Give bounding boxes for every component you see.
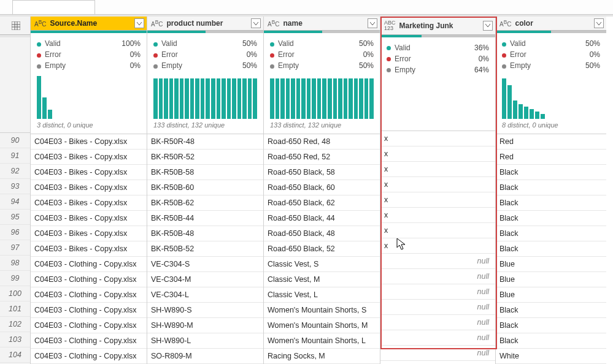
cell[interactable]: Road-650 Black, 60 bbox=[264, 180, 380, 195]
filter-dropdown[interactable] bbox=[251, 18, 261, 28]
cell[interactable]: null bbox=[380, 330, 495, 346]
cell[interactable]: x bbox=[380, 146, 495, 162]
cell[interactable]: x bbox=[380, 223, 495, 238]
cell[interactable]: Black bbox=[496, 318, 606, 333]
cell[interactable]: Road-650 Red, 52 bbox=[264, 150, 380, 165]
cell[interactable]: x bbox=[380, 131, 495, 146]
row-number[interactable]: 95 bbox=[0, 210, 30, 225]
cell[interactable]: Women's Mountain Shorts, S bbox=[264, 303, 380, 318]
cell[interactable]: Red bbox=[496, 134, 606, 150]
column-header-product_number[interactable]: ABCproduct number bbox=[147, 17, 263, 31]
cell[interactable]: Racing Socks, M bbox=[264, 349, 380, 364]
cell[interactable]: null bbox=[380, 346, 495, 361]
row-number[interactable]: 92 bbox=[0, 164, 30, 179]
cell[interactable]: Women's Mountain Shorts, L bbox=[264, 333, 380, 349]
cell[interactable]: Blue bbox=[496, 287, 606, 303]
row-number[interactable]: 97 bbox=[0, 240, 30, 256]
cell[interactable]: Road-650 Red, 48 bbox=[264, 134, 380, 150]
cell[interactable]: null bbox=[380, 269, 495, 284]
filter-dropdown[interactable] bbox=[594, 18, 604, 28]
row-number[interactable]: 102 bbox=[0, 317, 30, 332]
cell[interactable]: Black bbox=[496, 226, 606, 241]
row-number[interactable]: 90 bbox=[0, 133, 30, 148]
cell[interactable]: BK-R50R-48 bbox=[147, 134, 263, 150]
row-number[interactable]: 98 bbox=[0, 256, 30, 271]
cell[interactable]: x bbox=[380, 162, 495, 177]
cell[interactable]: C04E03 - Clothing - Copy.xlsx bbox=[31, 257, 147, 272]
cell[interactable]: Black bbox=[496, 303, 606, 318]
cell[interactable]: Black bbox=[496, 211, 606, 226]
cell[interactable]: C04E03 - Bikes - Copy.xlsx bbox=[31, 241, 147, 257]
cell[interactable]: C04E03 - Clothing - Copy.xlsx bbox=[31, 333, 147, 349]
cell[interactable]: null bbox=[380, 300, 495, 315]
row-number[interactable]: 94 bbox=[0, 194, 30, 210]
cell[interactable]: Red bbox=[496, 150, 606, 165]
filter-dropdown[interactable] bbox=[134, 18, 144, 28]
row-number[interactable]: 96 bbox=[0, 225, 30, 240]
cell[interactable]: Blue bbox=[496, 257, 606, 272]
cell[interactable]: Road-650 Black, 62 bbox=[264, 195, 380, 211]
row-number[interactable]: 101 bbox=[0, 301, 30, 317]
cell[interactable]: Road-650 Black, 48 bbox=[264, 226, 380, 241]
cell[interactable]: C04E03 - Clothing - Copy.xlsx bbox=[31, 349, 147, 364]
column-header-source_name[interactable]: ABCSource.Name bbox=[31, 17, 147, 31]
row-number[interactable]: 93 bbox=[0, 179, 30, 194]
row-number[interactable]: 100 bbox=[0, 286, 30, 301]
cell[interactable]: Classic Vest, S bbox=[264, 257, 380, 272]
cell[interactable]: C04E03 - Clothing - Copy.xlsx bbox=[31, 303, 147, 318]
cell[interactable]: C04E03 - Bikes - Copy.xlsx bbox=[31, 150, 147, 165]
cell[interactable]: SH-W890-M bbox=[147, 318, 263, 333]
cell[interactable]: BK-R50B-52 bbox=[147, 241, 263, 257]
filter-dropdown[interactable] bbox=[483, 21, 493, 31]
cell[interactable]: Women's Mountain Shorts, M bbox=[264, 318, 380, 333]
cell[interactable]: Road-650 Black, 44 bbox=[264, 211, 380, 226]
cell[interactable]: Classic Vest, M bbox=[264, 272, 380, 287]
cell[interactable]: C04E03 - Bikes - Copy.xlsx bbox=[31, 180, 147, 195]
cell[interactable]: C04E03 - Bikes - Copy.xlsx bbox=[31, 226, 147, 241]
cell[interactable]: BK-R50B-60 bbox=[147, 180, 263, 195]
cell[interactable]: x bbox=[380, 177, 495, 192]
cell[interactable]: x bbox=[380, 238, 495, 254]
cell[interactable]: Classic Vest, L bbox=[264, 287, 380, 303]
filter-dropdown[interactable] bbox=[368, 18, 377, 28]
cell[interactable]: C04E03 - Bikes - Copy.xlsx bbox=[31, 134, 147, 150]
cell[interactable]: BK-R50B-58 bbox=[147, 165, 263, 180]
select-all-header[interactable] bbox=[0, 17, 30, 35]
column-header-color[interactable]: ABCcolor bbox=[496, 17, 606, 31]
cell[interactable]: C04E03 - Clothing - Copy.xlsx bbox=[31, 287, 147, 303]
active-tab[interactable] bbox=[12, 0, 95, 14]
cell[interactable]: Black bbox=[496, 195, 606, 211]
cell[interactable]: C04E03 - Clothing - Copy.xlsx bbox=[31, 272, 147, 287]
cell[interactable]: C04E03 - Clothing - Copy.xlsx bbox=[31, 318, 147, 333]
cell[interactable]: Black bbox=[496, 241, 606, 257]
cell[interactable]: BK-R50R-52 bbox=[147, 150, 263, 165]
cell[interactable]: null bbox=[380, 284, 495, 300]
cell[interactable]: VE-C304-S bbox=[147, 257, 263, 272]
cell[interactable]: BK-R50B-44 bbox=[147, 211, 263, 226]
column-header-name[interactable]: ABCname bbox=[264, 17, 380, 31]
cell[interactable]: Black bbox=[496, 180, 606, 195]
cell[interactable]: C04E03 - Bikes - Copy.xlsx bbox=[31, 195, 147, 211]
cell[interactable]: Blue bbox=[496, 272, 606, 287]
cell[interactable]: White bbox=[496, 349, 606, 364]
cell[interactable]: C04E03 - Bikes - Copy.xlsx bbox=[31, 211, 147, 226]
cell[interactable]: Black bbox=[496, 165, 606, 180]
cell[interactable]: BK-R50B-48 bbox=[147, 226, 263, 241]
cell[interactable]: BK-R50B-62 bbox=[147, 195, 263, 211]
cell[interactable]: VE-C304-M bbox=[147, 272, 263, 287]
cell[interactable]: SO-R809-M bbox=[147, 349, 263, 364]
cell[interactable]: x bbox=[380, 208, 495, 223]
column-header-marketing_junk[interactable]: ABC123Marketing Junk bbox=[380, 17, 495, 35]
cell[interactable]: VE-C304-L bbox=[147, 287, 263, 303]
row-number[interactable]: 91 bbox=[0, 148, 30, 164]
cell[interactable]: null bbox=[380, 315, 495, 330]
cell[interactable]: null bbox=[380, 254, 495, 269]
cell[interactable]: SH-W890-S bbox=[147, 303, 263, 318]
cell[interactable]: Road-650 Black, 58 bbox=[264, 165, 380, 180]
cell[interactable]: SH-W890-L bbox=[147, 333, 263, 349]
cell[interactable]: Black bbox=[496, 333, 606, 349]
row-number[interactable]: 104 bbox=[0, 347, 30, 363]
cell[interactable]: C04E03 - Bikes - Copy.xlsx bbox=[31, 165, 147, 180]
row-number[interactable]: 103 bbox=[0, 332, 30, 347]
cell[interactable]: x bbox=[380, 192, 495, 208]
